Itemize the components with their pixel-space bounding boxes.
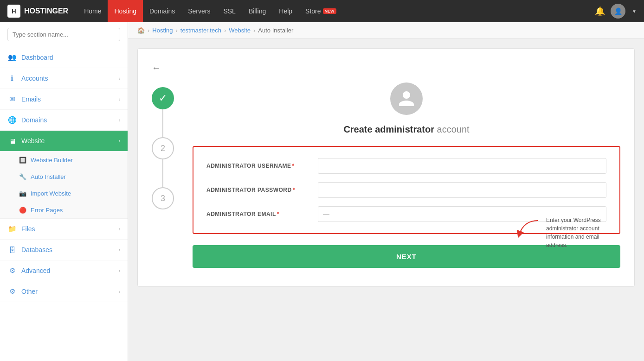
sidebar-search-input[interactable] — [7, 28, 120, 41]
auto-installer-icon: 🔧 — [19, 172, 27, 181]
sidebar-item-domains[interactable]: 🌐 Domains ‹ — [0, 110, 128, 131]
website-icon: 🖥 — [7, 136, 17, 146]
breadcrumb-domain[interactable]: testmaster.tech — [180, 27, 221, 34]
form-title: Create administrator account — [193, 124, 620, 135]
sidebar-item-label-website: Website — [21, 137, 119, 145]
sidebar-item-dashboard[interactable]: 👥 Dashboard — [0, 47, 128, 68]
import-website-icon: 📷 — [19, 189, 27, 197]
sidebar-item-label-accounts: Accounts — [21, 75, 119, 82]
sidebar-item-label-domains: Domains — [21, 116, 119, 124]
sidebar-item-label-emails: Emails — [21, 95, 119, 103]
sidebar-item-website[interactable]: 🖥 Website ‹ — [0, 131, 128, 152]
brand-logo[interactable]: H HOSTINGER — [7, 5, 68, 18]
sidebar-search-wrapper — [0, 22, 128, 47]
content-area: ← ✓ 2 3 — [128, 39, 644, 296]
files-icon: 📁 — [7, 224, 17, 234]
step-1-circle: ✓ — [152, 87, 174, 109]
sidebar-subitem-website-builder[interactable]: 🔲 Website Builder — [0, 152, 128, 168]
email-label: ADMINISTRATOR EMAIL* — [206, 211, 318, 217]
user-avatar — [390, 82, 423, 115]
databases-icon: 🗄 — [7, 245, 17, 254]
nav-right: 🔔 👤 ▼ — [595, 4, 637, 19]
password-required-star: * — [293, 187, 295, 193]
sidebar-item-accounts[interactable]: ℹ Accounts ‹ — [0, 68, 128, 89]
step-2-circle: 2 — [152, 137, 174, 159]
sidebar-item-files[interactable]: 📁 Files ‹ — [0, 219, 128, 240]
layout: 👥 Dashboard ℹ Accounts ‹ ✉ Emails ‹ 🌐 Do… — [0, 22, 644, 361]
sidebar-item-label-files: Files — [21, 225, 119, 233]
main-content: 🏠 › Hosting › testmaster.tech › Website … — [128, 22, 644, 361]
sidebar-subitem-label-import-website: Import Website — [31, 190, 71, 197]
other-chevron-icon: ‹ — [119, 289, 120, 294]
new-badge: NEW — [323, 8, 336, 14]
other-icon: ⚙ — [7, 287, 17, 296]
step-connector-2 — [162, 159, 163, 187]
website-builder-icon: 🔲 — [19, 156, 27, 164]
breadcrumb-website[interactable]: Website — [229, 27, 251, 34]
sidebar-subitem-auto-installer[interactable]: 🔧 Auto Installer — [0, 168, 128, 185]
password-label: ADMINISTRATOR PASSWORD* — [206, 187, 318, 193]
top-nav: H HOSTINGER Home Hosting Domains Servers… — [0, 0, 644, 22]
website-chevron-icon: ‹ — [119, 139, 120, 144]
breadcrumb-hosting[interactable]: Hosting — [152, 27, 173, 34]
nav-items: Home Hosting Domains Servers SSL Billing… — [77, 0, 595, 22]
sidebar-item-other[interactable]: ⚙ Other ‹ — [0, 281, 128, 302]
domains-icon: 🌐 — [7, 115, 17, 125]
username-label: ADMINISTRATOR USERNAME* — [206, 163, 318, 169]
sidebar-item-databases[interactable]: 🗄 Databases ‹ — [0, 240, 128, 260]
breadcrumb: 🏠 › Hosting › testmaster.tech › Website … — [128, 22, 644, 39]
sidebar-item-label-advanced: Advanced — [21, 267, 119, 274]
sidebar-item-label-other: Other — [21, 288, 119, 295]
nav-hosting[interactable]: Hosting — [108, 0, 142, 22]
notifications-icon[interactable]: 🔔 — [595, 6, 605, 16]
advanced-chevron-icon: ‹ — [119, 268, 120, 273]
sidebar-item-label-dashboard: Dashboard — [21, 54, 120, 61]
form-row-password: ADMINISTRATOR PASSWORD* — [206, 182, 606, 198]
sidebar-subitem-label-website-builder: Website Builder — [31, 157, 73, 164]
sidebar-item-advanced[interactable]: ⚙ Advanced ‹ — [0, 260, 128, 281]
steps-column: ✓ 2 3 — [152, 82, 174, 209]
error-pages-icon: 🔴 — [19, 206, 27, 214]
nav-home[interactable]: Home — [77, 0, 108, 22]
databases-chevron-icon: ‹ — [119, 247, 120, 253]
advanced-icon: ⚙ — [7, 266, 17, 275]
accounts-chevron-icon: ‹ — [119, 76, 120, 81]
annotation: Enter your WordPress administrator accou… — [515, 216, 620, 249]
admin-username-input[interactable] — [318, 158, 606, 174]
nav-domains[interactable]: Domains — [143, 0, 181, 22]
home-icon: 🏠 — [137, 27, 145, 34]
account-chevron-icon[interactable]: ▼ — [632, 9, 637, 14]
avatar-container — [193, 82, 620, 115]
emails-chevron-icon: ‹ — [119, 97, 120, 102]
sidebar-subitem-label-auto-installer: Auto Installer — [31, 173, 66, 180]
user-silhouette-icon — [397, 89, 416, 108]
avatar[interactable]: 👤 — [611, 4, 625, 19]
sidebar-item-emails[interactable]: ✉ Emails ‹ — [0, 89, 128, 110]
username-required-star: * — [292, 163, 295, 169]
back-button[interactable]: ← — [152, 63, 161, 73]
sidebar-subitem-label-error-pages: Error Pages — [31, 207, 63, 214]
nav-ssl[interactable]: SSL — [217, 0, 242, 22]
nav-billing[interactable]: Billing — [242, 0, 272, 22]
annotation-arrow-icon — [515, 216, 542, 244]
domains-chevron-icon: ‹ — [119, 118, 120, 123]
nav-store[interactable]: Store NEW — [299, 0, 342, 22]
accounts-icon: ℹ — [7, 74, 17, 83]
sidebar-item-label-databases: Databases — [21, 246, 119, 253]
step-3-circle: 3 — [152, 187, 174, 209]
main-card: ← ✓ 2 3 — [137, 48, 635, 287]
nav-servers[interactable]: Servers — [181, 0, 217, 22]
website-sub-items: 🔲 Website Builder 🔧 Auto Installer 📷 Imp… — [0, 152, 128, 219]
emails-icon: ✉ — [7, 95, 17, 104]
brand-icon: H — [7, 5, 20, 18]
breadcrumb-current: Auto Installer — [258, 27, 293, 34]
sidebar-subitem-import-website[interactable]: 📷 Import Website — [0, 185, 128, 202]
brand-name: HOSTINGER — [24, 7, 68, 15]
files-chevron-icon: ‹ — [119, 227, 120, 232]
dashboard-icon: 👥 — [7, 53, 17, 62]
form-row-username: ADMINISTRATOR USERNAME* — [206, 158, 606, 174]
sidebar-subitem-error-pages[interactable]: 🔴 Error Pages — [0, 202, 128, 218]
email-required-star: * — [277, 211, 279, 217]
nav-help[interactable]: Help — [272, 0, 299, 22]
admin-password-input[interactable] — [318, 182, 606, 198]
